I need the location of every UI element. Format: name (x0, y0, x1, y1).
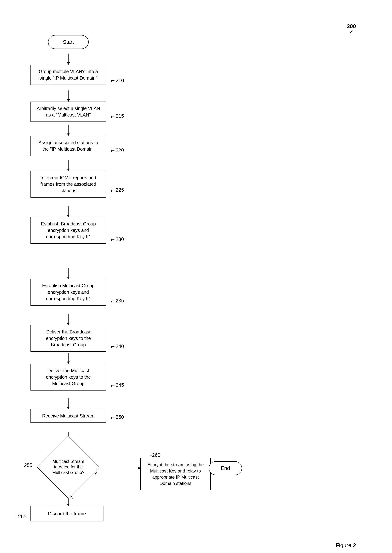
step-225-node: Intercept IGMP reports andframes from th… (30, 171, 106, 198)
svg-marker-13 (67, 323, 70, 325)
step-215-label: ⌐215 (111, 112, 124, 120)
step-215-node: Arbitrarily select a single VLANas a "Mu… (30, 102, 106, 122)
diagram-number-arrow: ↙ (349, 29, 353, 35)
no-label: N (70, 494, 74, 500)
step-210-label: ⌐210 (111, 77, 124, 84)
svg-marker-11 (67, 276, 70, 279)
step-225-label: ⌐225 (111, 186, 124, 194)
svg-marker-5 (67, 133, 70, 136)
flowchart: 200 ↙ Figure 2 (0, 11, 392, 553)
svg-marker-7 (67, 169, 70, 171)
step-230-node: Establish Broadcast Groupencryption keys… (30, 217, 106, 244)
svg-marker-15 (67, 361, 70, 364)
svg-marker-9 (67, 215, 70, 217)
step-245-node: Deliver the Multicastencryption keys to … (30, 364, 106, 391)
svg-marker-21 (138, 467, 140, 470)
end-node: End (209, 461, 242, 475)
step-210-node: Group multiple VLAN's into asingle "IP M… (30, 65, 106, 85)
step-255-node: Multicast Streamtargeted for theMulticas… (46, 445, 91, 489)
yes-label: Y (94, 471, 97, 477)
step-220-label: ⌐220 (111, 146, 124, 154)
svg-marker-1 (67, 62, 70, 65)
step-250-node: Receive Multicast Stream (30, 409, 106, 423)
step-220-node: Assign associated stations tothe "IP Mul… (30, 136, 106, 156)
svg-marker-25 (67, 504, 70, 506)
step-235-node: Establish Multicast Groupencryption keys… (30, 279, 106, 306)
step-235-label: ⌐235 (111, 297, 124, 305)
step-245-label: ⌐245 (111, 381, 124, 389)
svg-marker-3 (67, 99, 70, 102)
figure-label: Figure 2 (336, 542, 356, 548)
step-230-label: ⌐230 (111, 235, 124, 243)
step-265-label: ⌐265 (16, 514, 26, 519)
step-240-label: ⌐240 (111, 343, 124, 350)
step-255-label: 255 (24, 463, 32, 468)
diagram-number: 200 (347, 23, 356, 29)
step-260-node: Encrypt the stream using theMulticast Ke… (140, 458, 210, 490)
svg-marker-17 (67, 407, 70, 409)
start-node: Start (48, 35, 89, 49)
step-240-node: Deliver the Broadcastencryption keys to … (30, 325, 106, 352)
step-265-node: Discard the frame (30, 506, 104, 521)
step-250-label: ⌐250 (111, 413, 124, 421)
step-260-bracket: ⌐260 (150, 452, 160, 458)
